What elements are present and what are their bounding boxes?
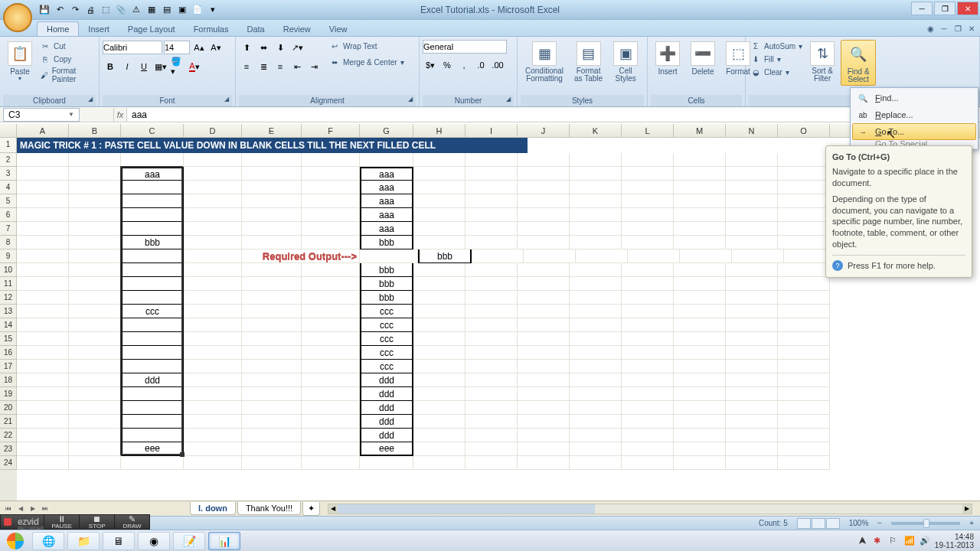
cell[interactable] — [726, 360, 778, 373]
align-top-icon[interactable]: ⬆ — [239, 40, 254, 55]
cell[interactable] — [466, 429, 518, 442]
cell[interactable] — [778, 346, 830, 360]
menu-find[interactable]: 🔍Find... — [852, 90, 976, 106]
indent-dec-icon[interactable]: ⇤ — [289, 59, 305, 74]
row-header[interactable]: 16 — [0, 346, 17, 360]
cell[interactable] — [69, 442, 121, 456]
cell[interactable] — [302, 401, 360, 415]
cell[interactable] — [413, 318, 466, 332]
cell[interactable] — [302, 236, 360, 249]
cell[interactable] — [17, 167, 69, 181]
row-header[interactable]: 9 — [0, 249, 17, 263]
cell[interactable] — [622, 194, 674, 208]
fill-button[interactable]: ⬇Fill ▾ — [749, 53, 804, 65]
cell[interactable] — [726, 277, 778, 291]
cell[interactable] — [466, 263, 518, 277]
cell[interactable]: ccc — [360, 346, 413, 360]
shrink-font-icon[interactable]: A▾ — [208, 40, 224, 55]
scroll-left-icon[interactable]: ◀ — [328, 504, 338, 514]
cell[interactable] — [302, 346, 360, 360]
qat-icon[interactable]: ▦ — [145, 4, 158, 16]
cell[interactable] — [69, 194, 121, 208]
cell[interactable] — [413, 401, 466, 415]
row-header[interactable]: 17 — [0, 360, 17, 373]
delete-cells-button[interactable]: ➖Delete — [686, 40, 720, 77]
row-header[interactable]: 23 — [0, 442, 17, 456]
row-header[interactable]: 6 — [0, 208, 17, 222]
cell[interactable] — [302, 153, 360, 167]
cell[interactable] — [726, 305, 778, 318]
cell[interactable] — [302, 429, 360, 442]
cell[interactable] — [570, 401, 622, 415]
nav-first-icon[interactable]: ⏮ — [3, 504, 14, 514]
cell[interactable] — [674, 456, 726, 470]
cell[interactable] — [570, 332, 622, 346]
align-center-icon[interactable]: ≣ — [256, 59, 271, 74]
cell[interactable] — [726, 167, 778, 181]
cell[interactable] — [302, 456, 360, 470]
cell[interactable] — [674, 360, 726, 373]
cell[interactable] — [570, 208, 622, 222]
conditional-formatting-button[interactable]: ▦Conditional Formatting — [521, 40, 568, 84]
qat-more-icon[interactable]: ▾ — [207, 4, 219, 16]
cell[interactable] — [466, 167, 518, 181]
cell[interactable] — [570, 181, 622, 194]
cell[interactable] — [628, 249, 680, 263]
tray-volume-icon[interactable]: 🔊 — [920, 536, 930, 546]
cell[interactable] — [466, 442, 518, 456]
cell[interactable] — [778, 415, 830, 429]
view-normal-button[interactable] — [797, 518, 811, 529]
cell[interactable] — [466, 208, 518, 222]
cell[interactable] — [518, 332, 570, 346]
insert-cells-button[interactable]: ➕Insert — [651, 40, 684, 77]
cell[interactable] — [121, 249, 184, 263]
cell[interactable] — [69, 249, 121, 263]
cell[interactable] — [466, 222, 518, 236]
cell[interactable] — [472, 249, 524, 263]
cell[interactable] — [518, 236, 570, 249]
cell[interactable] — [184, 456, 242, 470]
dialog-launcher-icon[interactable]: ◢ — [506, 96, 515, 105]
cell[interactable]: aaa — [360, 208, 413, 222]
nav-last-icon[interactable]: ⏭ — [40, 504, 51, 514]
select-all-corner[interactable] — [0, 124, 17, 137]
tab-data[interactable]: Data — [237, 22, 273, 36]
column-header[interactable]: M — [674, 124, 726, 137]
cell[interactable] — [622, 332, 674, 346]
cell[interactable] — [518, 277, 570, 291]
column-header[interactable]: L — [622, 124, 674, 137]
cell[interactable] — [518, 360, 570, 373]
dialog-launcher-icon[interactable]: ◢ — [224, 96, 234, 105]
cell[interactable] — [69, 277, 121, 291]
align-bottom-icon[interactable]: ⬇ — [273, 40, 288, 55]
cell[interactable] — [413, 332, 466, 346]
cell[interactable] — [121, 429, 184, 442]
cell[interactable] — [17, 194, 69, 208]
cell[interactable] — [726, 415, 778, 429]
fx-button[interactable]: fx — [113, 108, 127, 122]
cell[interactable] — [570, 373, 622, 387]
sheet-tab[interactable]: l. down — [190, 502, 236, 515]
cell[interactable] — [302, 360, 360, 373]
cell[interactable] — [622, 456, 674, 470]
column-header[interactable]: A — [17, 124, 69, 137]
row-header[interactable]: 20 — [0, 401, 17, 415]
cell[interactable] — [466, 236, 518, 249]
cell[interactable] — [302, 415, 360, 429]
cell[interactable] — [413, 360, 466, 373]
cell[interactable] — [184, 305, 242, 318]
cell[interactable]: aaa — [360, 181, 413, 194]
cell[interactable]: ddd — [121, 373, 184, 387]
cell[interactable] — [466, 346, 518, 360]
border-button[interactable]: ▦▾ — [153, 59, 168, 74]
cell[interactable] — [466, 415, 518, 429]
cell[interactable] — [413, 208, 466, 222]
cell[interactable] — [17, 387, 69, 401]
cell[interactable] — [518, 305, 570, 318]
qat-icon[interactable]: ⚠ — [130, 4, 142, 16]
cell[interactable] — [570, 346, 622, 360]
autosum-button[interactable]: ΣAutoSum ▾ — [749, 40, 804, 52]
cell[interactable] — [570, 291, 622, 305]
cell[interactable] — [570, 387, 622, 401]
cell[interactable] — [674, 222, 726, 236]
